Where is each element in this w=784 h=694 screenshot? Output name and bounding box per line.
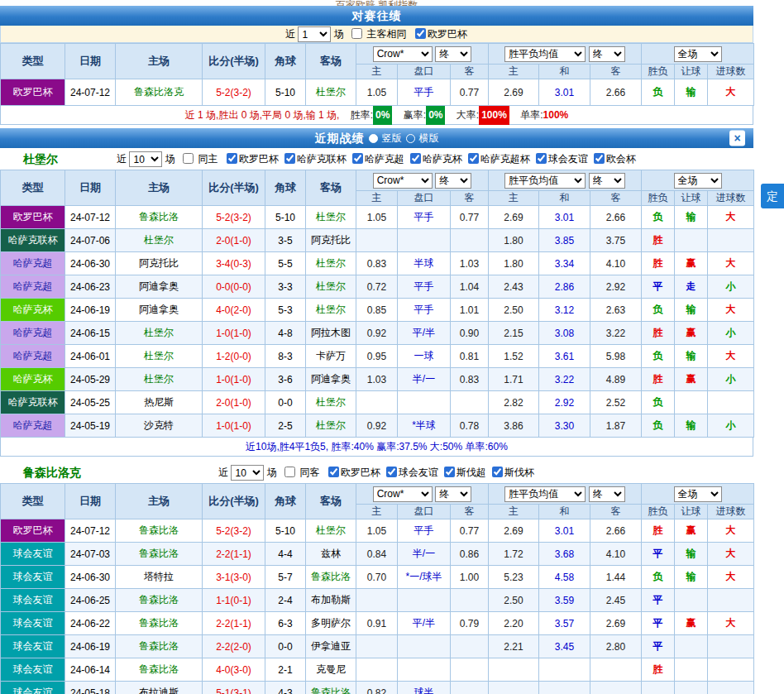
score-link[interactable]: 2-0(1-0) — [203, 391, 265, 414]
league-filter[interactable]: 球会友谊 — [531, 153, 589, 165]
away-team-link[interactable]: 克曼尼 — [306, 658, 356, 682]
league-filter[interactable]: 球会友谊 — [381, 467, 439, 478]
score-link[interactable]: 5-1(3-1) — [203, 682, 265, 694]
home-team-link[interactable]: 杜堡尔 — [116, 368, 203, 391]
wdl-avg-select[interactable]: 胜平负均值 — [504, 173, 586, 189]
league-filter[interactable]: 哈萨克超杯 — [463, 153, 531, 165]
away-team-link[interactable]: 卡萨万 — [306, 345, 356, 368]
home-team-link[interactable]: 鲁森比洛 — [116, 612, 203, 635]
league-filter[interactable]: 欧会杯 — [589, 153, 637, 165]
layout-radio-vertical[interactable] — [369, 134, 378, 143]
league-filter-checkbox[interactable] — [444, 467, 455, 477]
home-team-link[interactable]: 热尼斯 — [116, 391, 203, 414]
home-team-link[interactable]: 鲁森比洛 — [116, 658, 203, 682]
league-filter[interactable]: 哈萨克联杯 — [280, 153, 347, 165]
league-filter[interactable]: 欧罗巴杯 — [410, 28, 468, 40]
home-team-link[interactable]: 阿克托比 — [116, 252, 203, 275]
league-filter-checkbox[interactable] — [352, 153, 363, 164]
score-link[interactable]: 1-0(1-0) — [203, 414, 265, 438]
score-link[interactable]: 3-1(3-0) — [203, 566, 265, 589]
away-team-link[interactable]: 伊拿迪亚 — [306, 635, 356, 658]
league-filter[interactable]: 欧罗巴杯 — [222, 153, 280, 165]
odds-company-select[interactable]: Crow* — [373, 486, 433, 502]
wdl-avg-select[interactable]: 胜平负均值 — [504, 486, 586, 502]
home-team-link[interactable]: 杜堡尔 — [116, 345, 203, 368]
home-team-link[interactable]: 杜堡尔 — [116, 229, 203, 252]
odds-company-select[interactable]: Crow* — [373, 173, 433, 189]
league-filter-checkbox[interactable] — [492, 467, 503, 477]
same-home-checkbox[interactable] — [183, 153, 194, 164]
score-link[interactable]: 5-2(3-2) — [203, 79, 265, 106]
wdl-avg-select[interactable]: 胜平负均值 — [504, 46, 586, 62]
odds-final-select[interactable]: 终 — [435, 173, 471, 189]
score-link[interactable]: 0-0(0-0) — [203, 275, 265, 299]
away-team-link[interactable]: 杜堡尔 — [306, 299, 356, 322]
score-link[interactable]: 1-0(1-0) — [203, 368, 265, 391]
team2-count-select[interactable]: 10 — [231, 465, 264, 481]
score-link[interactable]: 4-0(3-0) — [203, 658, 265, 682]
home-team-link[interactable]: 鲁森比洛克 — [116, 79, 203, 106]
score-link[interactable]: 2-0(1-0) — [203, 229, 265, 252]
odds-company-select[interactable]: Crow* — [373, 46, 433, 62]
league-filter-checkbox[interactable] — [284, 153, 295, 164]
score-link[interactable]: 2-2(1-1) — [203, 612, 265, 635]
league-filter-checkbox[interactable] — [536, 153, 547, 164]
league-filter[interactable]: 哈萨克杯 — [405, 153, 463, 165]
h2h-count-select[interactable]: 1 — [298, 26, 331, 42]
away-team-link[interactable]: 杜堡尔 — [306, 275, 356, 299]
away-team-link[interactable]: 杜堡尔 — [306, 519, 356, 543]
team1-count-select[interactable]: 10 — [129, 151, 162, 167]
score-link[interactable]: 1-0(1-0) — [203, 322, 265, 345]
same-away-checkbox[interactable] — [284, 467, 295, 477]
home-team-link[interactable]: 鲁森比洛 — [116, 519, 203, 543]
layout-radio-horizontal[interactable] — [406, 134, 415, 143]
league-filter-checkbox[interactable] — [468, 153, 479, 164]
close-button[interactable]: × — [729, 131, 745, 146]
league-filter-checkbox[interactable] — [410, 153, 421, 164]
away-team-link[interactable]: 阿克托比 — [306, 229, 356, 252]
away-team-link[interactable]: 阿拉木图 — [306, 322, 356, 345]
away-team-link[interactable]: 鲁森比洛 — [306, 566, 356, 589]
scope-select[interactable]: 全场 — [674, 46, 722, 62]
wdl-final-select[interactable]: 终 — [589, 173, 625, 189]
away-team-link[interactable]: 杜堡尔 — [306, 252, 356, 275]
home-team-link[interactable]: 鲁森比洛 — [116, 206, 203, 229]
home-team-link[interactable]: 沙克特 — [116, 414, 203, 438]
customize-side-tab[interactable]: 定 — [761, 184, 784, 208]
home-team-link[interactable]: 鲁森比洛 — [116, 543, 203, 566]
wdl-final-select[interactable]: 终 — [589, 486, 625, 502]
score-link[interactable]: 3-4(0-3) — [203, 252, 265, 275]
away-team-link[interactable]: 鲁森比洛 — [306, 682, 356, 694]
home-team-link[interactable]: 鲁森比洛 — [116, 589, 203, 612]
home-team-link[interactable]: 塔特拉 — [116, 566, 203, 589]
scope-select[interactable]: 全场 — [674, 486, 722, 502]
away-team-link[interactable]: 杜堡尔 — [306, 79, 356, 106]
league-filter-checkbox[interactable] — [227, 153, 237, 164]
away-team-link[interactable]: 多明萨尔 — [306, 612, 356, 635]
score-link[interactable]: 1-1(0-1) — [203, 589, 265, 612]
score-link[interactable]: 5-2(3-2) — [203, 519, 265, 543]
league-filter[interactable]: 斯伐杯 — [487, 467, 535, 478]
score-link[interactable]: 2-2(2-0) — [203, 635, 265, 658]
home-team-link[interactable]: 阿迪拿奥 — [116, 275, 203, 299]
away-team-link[interactable]: 兹林 — [306, 543, 356, 566]
league-filter-checkbox[interactable] — [415, 28, 426, 39]
league-filter-checkbox[interactable] — [328, 467, 339, 477]
odds-final-select[interactable]: 终 — [435, 46, 471, 62]
wdl-final-select[interactable]: 终 — [589, 46, 625, 62]
away-team-link[interactable]: 阿迪拿奥 — [306, 368, 356, 391]
home-team-link[interactable]: 布拉迪斯 — [116, 682, 203, 694]
home-team-link[interactable]: 阿迪拿奥 — [116, 299, 203, 322]
home-team-link[interactable]: 鲁森比洛 — [116, 635, 203, 658]
league-filter-checkbox[interactable] — [386, 467, 397, 477]
score-link[interactable]: 4-0(2-0) — [203, 299, 265, 322]
odds-final-select[interactable]: 终 — [435, 486, 471, 502]
score-link[interactable]: 5-2(3-2) — [203, 206, 265, 229]
scope-select[interactable]: 全场 — [674, 173, 722, 189]
league-filter[interactable]: 欧罗巴杯 — [323, 467, 381, 478]
league-filter[interactable]: 斯伐超 — [439, 467, 487, 478]
home-team-link[interactable]: 杜堡尔 — [116, 322, 203, 345]
away-team-link[interactable]: 布加勒斯 — [306, 589, 356, 612]
away-team-link[interactable]: 杜堡尔 — [306, 206, 356, 229]
same-venue-checkbox[interactable] — [351, 28, 362, 39]
